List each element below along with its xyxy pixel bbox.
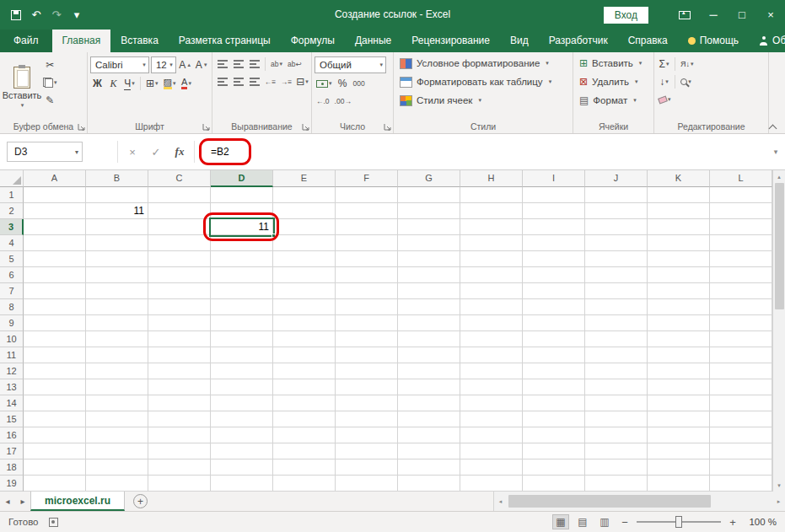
zoom-slider-thumb[interactable] [675,516,682,528]
cell-I1[interactable] [523,187,585,203]
decrease-decimal-icon[interactable]: .00→ [333,94,353,109]
name-box-dropdown-icon[interactable]: ▾ [75,148,78,156]
cell-C2[interactable] [148,203,211,219]
cell-A5[interactable] [24,251,86,267]
cell-I8[interactable] [523,299,585,315]
find-select-button[interactable]: ▾ [679,74,693,89]
cell-A2[interactable] [24,203,86,219]
cell-I17[interactable] [523,443,585,459]
clipboard-dialog-launcher[interactable] [78,123,86,132]
cell-K7[interactable] [648,283,710,299]
cell-G9[interactable] [398,315,460,331]
cell-L5[interactable] [710,251,772,267]
cell-J12[interactable] [585,363,648,379]
cell-A13[interactable] [24,379,86,395]
customize-toolbar-icon[interactable]: ▾ [67,6,86,24]
cell-B18[interactable] [86,459,148,476]
cell-H2[interactable] [460,203,523,219]
cell-K6[interactable] [648,267,710,283]
share-button[interactable]: Общий доступ [749,30,785,52]
autosum-button[interactable]: Σ▾ [657,56,671,72]
bold-button[interactable]: Ж [90,76,105,91]
cell-I5[interactable] [523,251,585,267]
cell-D10[interactable] [211,331,273,347]
zoom-out-button[interactable]: − [618,516,632,529]
scroll-left-icon[interactable]: ◂ [494,492,507,511]
cell-H9[interactable] [460,315,523,331]
cell-D7[interactable] [211,283,273,299]
number-format-select[interactable]: Общий▾ [315,56,386,73]
cell-G4[interactable] [398,235,460,251]
cell-J19[interactable] [585,476,648,492]
zoom-level[interactable]: 100 % [745,517,777,527]
font-dialog-launcher[interactable] [202,123,211,132]
cell-C3[interactable] [148,219,211,235]
cell-B13[interactable] [86,379,148,395]
cell-F13[interactable] [336,379,398,395]
orientation-icon[interactable]: ab▾ [269,56,284,72]
column-header-J[interactable]: J [585,170,648,187]
format-cells-button[interactable]: ▤ Формат▾ [576,91,651,110]
row-header-15[interactable]: 15 [0,411,24,427]
cell-G1[interactable] [398,187,460,203]
increase-indent-icon[interactable]: →≡ [279,74,293,89]
cell-A11[interactable] [24,347,86,363]
cell-C7[interactable] [148,283,211,299]
cell-J15[interactable] [585,411,648,427]
sheet-tab-active[interactable]: microexcel.ru [30,492,125,511]
cell-B8[interactable] [86,299,148,315]
row-header-11[interactable]: 11 [0,347,24,363]
cell-I13[interactable] [523,379,585,395]
accounting-format-icon[interactable]: ▾ [315,76,334,91]
cell-E16[interactable] [273,427,336,443]
cell-F8[interactable] [336,299,398,315]
font-name-select[interactable]: Calibri▾ [90,56,149,73]
new-sheet-button[interactable]: + [133,494,148,508]
column-header-A[interactable]: A [24,170,86,187]
cell-D3[interactable]: 11 [211,219,273,235]
cell-L9[interactable] [710,315,772,331]
cell-J7[interactable] [585,283,648,299]
cell-K1[interactable] [648,187,710,203]
cell-D15[interactable] [211,411,273,427]
cell-A8[interactable] [24,299,86,315]
cell-F11[interactable] [336,347,398,363]
cell-G7[interactable] [398,283,460,299]
delete-cells-button[interactable]: ⊠ Удалить▾ [576,73,651,91]
cell-L15[interactable] [710,411,772,427]
cell-I16[interactable] [523,427,585,443]
format-painter-icon[interactable]: ✎ [41,93,59,108]
row-header-12[interactable]: 12 [0,363,24,379]
cell-F14[interactable] [336,395,398,411]
tab-вид[interactable]: Вид [500,30,539,52]
cell-L16[interactable] [710,427,772,443]
cell-H12[interactable] [460,363,523,379]
cell-I7[interactable] [523,283,585,299]
cell-J17[interactable] [585,443,648,459]
cell-L13[interactable] [710,379,772,395]
zoom-in-button[interactable]: + [726,516,739,529]
cell-C14[interactable] [148,395,211,411]
vertical-scroll-thumb[interactable] [775,183,784,309]
cell-E19[interactable] [273,476,336,492]
horizontal-scroll-track[interactable] [507,492,772,511]
cell-G11[interactable] [398,347,460,363]
cell-D13[interactable] [211,379,273,395]
alignment-dialog-launcher[interactable] [302,123,310,132]
cell-C9[interactable] [148,315,211,331]
cell-C6[interactable] [148,267,211,283]
cell-A12[interactable] [24,363,86,379]
row-header-19[interactable]: 19 [0,476,24,492]
decrease-font-size-icon[interactable]: А▼ [194,57,209,73]
cell-E4[interactable] [273,235,336,251]
row-header-18[interactable]: 18 [0,459,24,476]
cell-L8[interactable] [710,299,772,315]
cell-H13[interactable] [460,379,523,395]
row-header-2[interactable]: 2 [0,203,24,219]
row-header-9[interactable]: 9 [0,315,24,331]
cell-K13[interactable] [648,379,710,395]
sort-filter-button[interactable]: Я↓▾ [679,56,696,72]
cell-K4[interactable] [648,235,710,251]
cell-H10[interactable] [460,331,523,347]
cell-K10[interactable] [648,331,710,347]
